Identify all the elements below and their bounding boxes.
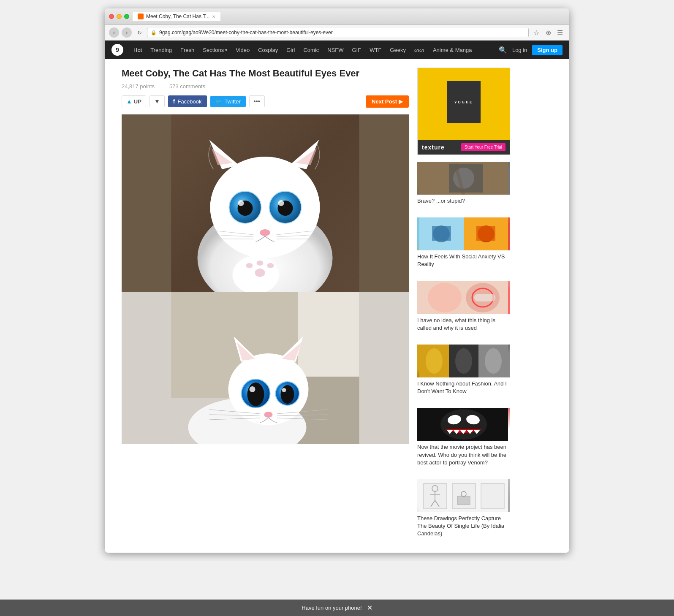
related-item-4[interactable]: Now that the movie project has been revi… (417, 408, 510, 467)
security-lock-icon: 🔒 (151, 30, 157, 35)
nav-trending[interactable]: Trending (147, 41, 175, 59)
related-item-2[interactable]: I have no idea, what this thing is calle… (417, 281, 510, 332)
nav-video[interactable]: Video (232, 41, 253, 59)
minimize-window-button[interactable] (117, 14, 122, 19)
related-item-5-caption: These Drawings Perfectly Capture The Bea… (417, 515, 510, 538)
svg-point-30 (255, 269, 265, 277)
svg-point-16 (260, 229, 270, 236)
site-logo[interactable]: 9 (111, 44, 123, 56)
maximize-window-button[interactable] (124, 14, 129, 19)
forward-button[interactable]: › (122, 27, 132, 38)
svg-point-49 (264, 412, 273, 418)
nav-anime[interactable]: Anime & Manga (429, 41, 476, 59)
ad-vogue-cover: VOGUE (447, 81, 481, 123)
nav-fresh[interactable]: Fresh (177, 41, 198, 59)
article-comments-separator: · (161, 83, 163, 90)
svg-point-46 (282, 388, 286, 392)
nav-gif[interactable]: GIF (349, 41, 365, 59)
search-button[interactable]: 🔍 (499, 46, 507, 54)
facebook-label: Facebook (177, 98, 201, 105)
ad-yellow-bg: VOGUE (418, 76, 510, 133)
extensions-button[interactable]: ⊕ (543, 27, 553, 38)
chevron-down-icon: ▾ (225, 48, 227, 52)
related-item-2-caption: I have no idea, what this thing is calle… (417, 317, 510, 332)
bookmark-button[interactable]: ☆ (531, 27, 541, 38)
main-content: Meet Coby, The Cat Has The Most Beautifu… (113, 59, 561, 553)
svg-point-45 (250, 386, 255, 392)
header-right: 🔍 Log in Sign up (499, 45, 563, 55)
nav-wtf[interactable]: WTF (366, 41, 385, 59)
article-meta: 24,817 points · 573 comments (122, 83, 409, 90)
signup-button[interactable]: Sign up (532, 45, 563, 55)
ad-image-area: VOGUE (418, 68, 510, 140)
browser-window: Meet Coby, The Cat Has T... ✕ ‹ › ↻ 🔒 9g… (105, 8, 569, 553)
related-item-4-thumbnail (417, 408, 510, 441)
next-post-arrow-icon: ▶ (399, 98, 403, 105)
address-bar[interactable]: 🔒 9gag.com/gag/ao9We20/meet-coby-the-cat… (147, 28, 529, 37)
twitter-share-button[interactable]: 🐦 Twitter (210, 96, 246, 107)
downvote-button[interactable]: ▼ (149, 95, 165, 107)
related-item-1-image (417, 217, 510, 250)
upvote-button[interactable]: ▲ UP (122, 95, 146, 107)
upvote-arrow-icon: ▲ (126, 98, 132, 105)
related-item-0[interactable]: Brave? ...or stupid? (417, 162, 510, 205)
related-item-5[interactable]: These Drawings Perfectly Capture The Bea… (417, 479, 510, 538)
sidebar-related-items: Brave? ...or stupid? (417, 162, 510, 544)
facebook-share-button[interactable]: f Facebook (168, 95, 207, 107)
next-post-label: Next Post (372, 98, 397, 105)
related-item-3[interactable]: I Know Nothing About Fashion. And I Don'… (417, 345, 510, 395)
nav-girl[interactable]: Girl (283, 41, 298, 59)
svg-point-77 (455, 348, 472, 374)
related-item-3-thumbnail (417, 345, 510, 377)
svg-point-44 (281, 385, 294, 404)
facebook-icon: f (173, 98, 175, 105)
article-images (122, 114, 409, 444)
refresh-button[interactable]: ↻ (134, 27, 144, 38)
sidebar: VOGUE texture Start Your Free Trial (417, 68, 510, 544)
cat-image-bottom-svg (122, 292, 409, 444)
svg-point-76 (426, 348, 443, 374)
cat-image-bottom (122, 292, 409, 444)
nav-cosplay[interactable]: Cosplay (255, 41, 281, 59)
browser-action-buttons: ☆ ⊕ ☰ (531, 27, 565, 38)
svg-point-12 (238, 200, 244, 206)
twitter-label: Twitter (225, 98, 241, 105)
svg-point-68 (428, 283, 462, 312)
related-item-2-image (417, 281, 510, 314)
more-options-button[interactable]: ••• (249, 95, 265, 107)
site-header: 9 Hot Trending Fresh Sections ▾ Video Co… (105, 41, 569, 59)
nav-hot[interactable]: Hot (130, 41, 145, 59)
menu-button[interactable]: ☰ (555, 27, 565, 38)
next-post-button[interactable]: Next Post ▶ (366, 95, 409, 108)
tab-close-icon[interactable]: ✕ (212, 14, 215, 19)
back-button[interactable]: ‹ (109, 27, 119, 38)
cat-image-top-svg (122, 114, 409, 292)
svg-rect-86 (481, 483, 504, 509)
nav-ss[interactable]: ᔕᔕ (411, 41, 428, 59)
nav-sections[interactable]: Sections ▾ (199, 41, 231, 59)
svg-rect-65 (432, 226, 451, 241)
nav-comic[interactable]: Comic (300, 41, 322, 59)
svg-rect-32 (298, 292, 359, 377)
article-title: Meet Coby, The Cat Has The Most Beautifu… (122, 68, 409, 80)
upvote-label: UP (134, 98, 141, 105)
advertisement[interactable]: VOGUE texture Start Your Free Trial (417, 68, 510, 155)
browser-tab[interactable]: Meet Coby, The Cat Has T... ✕ (133, 12, 220, 21)
svg-point-28 (257, 261, 264, 266)
nav-geeky[interactable]: Geeky (386, 41, 409, 59)
related-item-1[interactable]: How It Feels With Social Anxiety VS Real… (417, 217, 510, 268)
ad-cta-button[interactable]: Start Your Free Trial (461, 143, 506, 151)
related-item-1-thumbnail (417, 217, 510, 250)
login-link[interactable]: Log in (512, 47, 527, 53)
tab-favicon (138, 14, 144, 19)
article-comments: 573 comments (169, 83, 205, 90)
nav-sections-label: Sections (203, 47, 224, 53)
svg-point-29 (267, 263, 274, 268)
ad-brand-name: texture (422, 144, 445, 151)
svg-point-78 (485, 348, 502, 374)
article: Meet Coby, The Cat Has The Most Beautifu… (122, 68, 409, 544)
site-nav: Hot Trending Fresh Sections ▾ Video Cosp… (130, 41, 492, 59)
close-window-button[interactable] (109, 14, 114, 19)
svg-point-27 (246, 263, 253, 268)
nav-nsfw[interactable]: NSFW (324, 41, 347, 59)
